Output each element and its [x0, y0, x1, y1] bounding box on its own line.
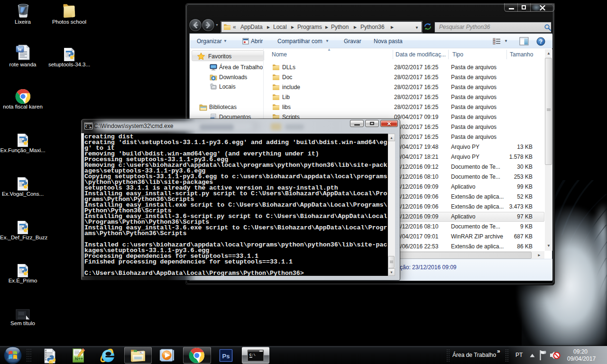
svg-text:N++: N++ [75, 356, 83, 361]
svg-text:W: W [18, 46, 23, 52]
svg-text:C:\: C:\ [249, 353, 256, 357]
svg-text:Ps: Ps [222, 353, 230, 360]
svg-text:?: ? [539, 38, 543, 45]
